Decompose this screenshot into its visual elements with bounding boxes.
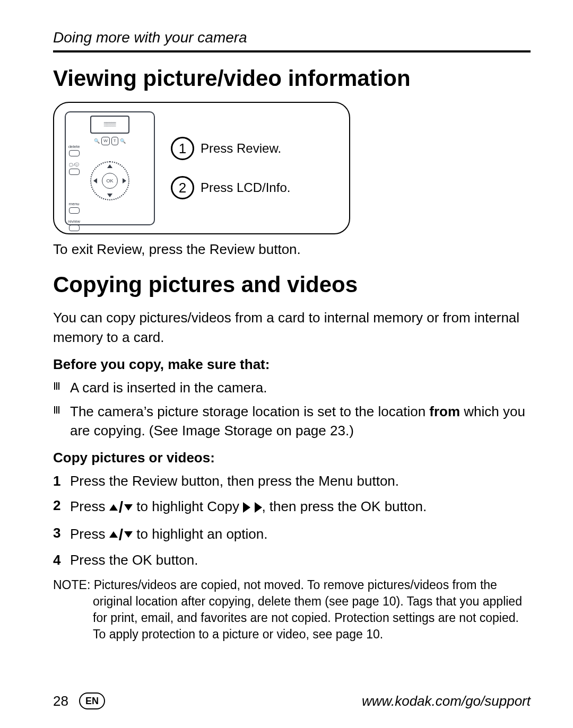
before-item-1: A card is inserted in the camera. — [70, 380, 267, 396]
dpad: OK — [90, 161, 129, 200]
section1-title: Viewing picture/video information — [53, 66, 531, 91]
delete-label: delete — [68, 144, 80, 149]
exit-review-text: To exit Review, press the Review button. — [53, 240, 531, 259]
zoom-bar: 🔍 W T 🔍 — [69, 137, 151, 145]
list-item: The camera’s picture storage location is… — [53, 402, 531, 441]
camera-lcd: ▒▒▒▒ — [90, 116, 129, 134]
note-label: NOTE: — [53, 578, 94, 592]
before-item-2-bold: from — [429, 404, 460, 419]
diagram-step-1: 1 Press Review. — [171, 137, 290, 160]
chapter-title: Doing more with your camera — [53, 29, 531, 46]
step-number-1: 1 — [171, 137, 194, 160]
copy-step-2: Press / to highlight Copy , then press t… — [53, 496, 531, 519]
language-badge: EN — [79, 692, 105, 709]
copy-step-3: Press / to highlight an option. — [53, 523, 531, 547]
copy-step-1: Press the Review button, then press the … — [53, 471, 531, 492]
down-icon — [107, 194, 112, 197]
title-rule — [53, 50, 531, 52]
copy-step-4: Press the OK button. — [53, 550, 531, 571]
step-text-2: Press LCD/Info. — [201, 180, 290, 195]
s3-pre: Press — [70, 525, 109, 541]
copy-head: Copy pictures or videos: — [53, 450, 531, 466]
zoom-w-icon: W — [101, 137, 110, 145]
zoom-t-icon: T — [111, 137, 118, 145]
review-label: review — [68, 219, 80, 224]
step-text-1: Press Review. — [201, 141, 281, 156]
triangle-down-icon — [124, 531, 133, 538]
left-icon — [93, 178, 97, 183]
list-item: A card is inserted in the camera. — [53, 378, 531, 397]
copy-steps-list: Press the Review button, then press the … — [53, 471, 531, 570]
page-footer: 28 EN www.kodak.com/go/support — [53, 692, 531, 709]
triangle-up-icon — [109, 504, 118, 511]
step-number-2: 2 — [171, 176, 194, 199]
slash-icon: / — [119, 498, 123, 516]
side-labels: delete ▢/ⓘ menu review — [68, 144, 80, 231]
note-text: Pictures/videos are copied, not moved. T… — [93, 578, 522, 641]
before-copy-list: A card is inserted in the camera. The ca… — [53, 378, 531, 440]
note-block: NOTE: Pictures/videos are copied, not mo… — [53, 577, 531, 643]
s2-mid: to highlight Copy — [136, 498, 243, 514]
s3-post: to highlight an option. — [136, 525, 267, 541]
diagram-box: ▒▒▒▒ 🔍 W T 🔍 delete ▢/ⓘ menu review OK — [53, 102, 350, 234]
s2-post: , then press the OK button. — [262, 498, 427, 514]
s2-pre: Press — [70, 498, 109, 514]
camera-back-illustration: ▒▒▒▒ 🔍 W T 🔍 delete ▢/ⓘ menu review OK — [65, 111, 155, 225]
triangle-up-icon — [109, 531, 118, 538]
page: Doing more with your camera Viewing pict… — [0, 0, 573, 728]
lcdinfo-label: ▢/ⓘ — [69, 162, 79, 167]
menu-label: menu — [69, 201, 80, 206]
up-icon — [107, 164, 112, 168]
page-number: 28 — [53, 693, 68, 709]
support-url: www.kodak.com/go/support — [362, 693, 531, 709]
copy-intro: You can copy pictures/videos from a card… — [53, 308, 531, 347]
forward-icon — [243, 502, 250, 513]
slash-icon: / — [119, 526, 123, 543]
section2-title: Copying pictures and videos — [53, 272, 531, 297]
ok-button-icon: OK — [102, 173, 118, 189]
triangle-down-icon — [124, 504, 133, 511]
diagram-steps: 1 Press Review. 2 Press LCD/Info. — [171, 137, 290, 199]
before-item-2-pre: The camera’s picture storage location is… — [70, 404, 429, 419]
right-icon — [123, 178, 126, 183]
diagram-step-2: 2 Press LCD/Info. — [171, 176, 290, 199]
before-copy-head: Before you copy, make sure that: — [53, 356, 531, 373]
